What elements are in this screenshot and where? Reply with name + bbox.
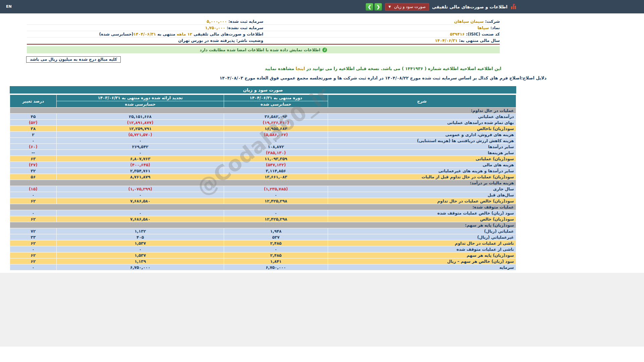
- row-label: هزینه های مالی: [328, 162, 516, 168]
- statement-row: سود(زیان) عملیات در حال تداوم قبل از مال…: [10, 174, 516, 180]
- row-label: سود(زیان) عملیاتی: [328, 156, 516, 162]
- change-percent: ۳۲: [10, 168, 57, 174]
- value-prior-period: ۶,۸۰۷,۷۶۳: [56, 156, 224, 162]
- value-prior-period: ۲,۳۵۴,۷۶۱: [56, 168, 224, 174]
- income-statement-table: شرح دوره منتهی به ۱۴۰۴/۰۶/۳۱ تجدید ارائه…: [10, 95, 516, 270]
- change-percent: ۶۲: [10, 240, 57, 246]
- info-field: اطلاعات و صورت‌های مالی تلفیقی ۱۲ ماهه م…: [27, 31, 263, 38]
- info-label: سال مالی منتهی به:: [458, 38, 500, 43]
- statement-row: سود (زیان) خالص عملیات متوقف شده۰۰۰: [10, 210, 516, 216]
- change-percent: ۶۲: [10, 198, 57, 204]
- statement-row: هزینه های فروش، اداری و عمومی(۵,۵۸۶,۰۶۷)…: [10, 132, 516, 138]
- change-percent: --: [10, 150, 57, 156]
- info-field: وضعیت ناشر: پذیرفته شده در بورس تهران: [27, 38, 263, 44]
- row-label: سایر درآمدها و هزینه های غیرعملیاتی: [328, 168, 516, 174]
- value-current-period: ۱۶,۹۵۵,۶۸۴: [224, 126, 328, 132]
- info-label: کد صنعت (ISIC):: [465, 32, 500, 37]
- value-current-period: ۱,۹۴۸: [224, 228, 328, 234]
- col-header-period-current: دوره منتهی به ۱۴۰۴/۰۶/۳۱: [224, 95, 328, 101]
- info-field: سال مالی منتهی به: ۱۴۰۴/۰۶/۳۱: [263, 38, 500, 44]
- value-current-period: ۰: [224, 210, 328, 216]
- statement-row: هزینه کاهش ارزش دریافتنی ها (هزینه استثن…: [10, 138, 516, 144]
- row-label: سود (زیان) خالص عملیات متوقف شده: [328, 210, 516, 216]
- row-label: عملیاتي (ریال): [328, 228, 516, 234]
- section-label: هزینه مالیات بر درآمد:: [10, 180, 516, 186]
- company-info: شرکت: سیمان سپاهانسرمایه ثبت شده: ۵,۰۰۰,…: [27, 18, 500, 45]
- statement-type-selected: صورت سود و زیان: [394, 4, 426, 9]
- value-prior-period: ۴۰۵: [56, 234, 224, 240]
- statement-row: سود(زیان) پایه هر سهم۲,۴۸۵۱,۵۳۷۶۲: [10, 252, 516, 258]
- row-label: ناشی از عملیات متوقف شده: [328, 246, 516, 252]
- statement-row: هزینه های مالی(۵۴۷,۱۳۲)(۴۰۰,۶۴۵)(۳۷): [10, 162, 516, 168]
- value-prior-period: ۷,۶۸۶,۵۸۰: [56, 216, 224, 222]
- row-label: سود(زیان) پایه هر سهم: [328, 252, 516, 258]
- change-percent: ۶۲: [10, 216, 57, 222]
- value-current-period: ۱۳,۶۶۱,۰۸۳: [224, 174, 328, 180]
- info-label: منتهی به: [156, 32, 175, 37]
- change-percent: ۰: [10, 246, 57, 252]
- row-label: هزینه کاهش ارزش دریافتنی ها (هزینه استثن…: [328, 138, 516, 144]
- statement-row: سود (زیان) خالص هر سهم – ریال۱,۸۴۱۱,۱۳۹۶…: [10, 258, 516, 264]
- info-value: ۱,۷۵۰,۰۰۰: [205, 25, 225, 30]
- value-prior-period: ۱,۵۳۷: [56, 240, 224, 246]
- statement-row: سال‌های قبل۰۰۰: [10, 192, 516, 198]
- previous-version-link[interactable]: اینجا: [296, 66, 305, 71]
- page-title: اطلاعات و صورت‌های مالی تلفیقی: [432, 4, 507, 9]
- info-label: پذیرفته شده در بورس تهران: [178, 38, 235, 43]
- value-prior-period: ۱,۱۳۲: [56, 228, 224, 234]
- value-current-period: (۱۹,۶۲۶,۴۱۰): [224, 120, 328, 126]
- change-percent: ۷۲: [10, 228, 57, 234]
- amendment-section: این اطلاعیه اصلاحیه اطلاعیه شماره ( ۱۴۴۱…: [122, 66, 644, 80]
- subheader-audited-current: حسابرسی شده: [224, 101, 328, 108]
- change-percent: ۰: [10, 264, 57, 270]
- next-statement-button[interactable]: ❯: [366, 3, 373, 11]
- value-prior-period: (۵,۷۲۱,۵۷۰): [56, 132, 224, 138]
- value-current-period: ۱,۸۴۱: [224, 258, 328, 264]
- value-current-period: ۱۰۸,۸۷۲: [224, 144, 328, 150]
- value-prior-period: ۰: [56, 192, 224, 198]
- signed-data-notice-text: اطلاعات نمایش داده شده با اطلاعات امضا ش…: [200, 48, 320, 52]
- english-language-link[interactable]: EN: [6, 4, 12, 9]
- change-percent: ۳۳: [10, 234, 57, 240]
- statement-row: سرمایه۶,۷۵۰,۰۰۰۶,۷۵۰,۰۰۰۰: [10, 264, 516, 270]
- statement-row: ناشی از عملیات در حال تداوم۲,۴۸۵۱,۵۳۷۶۲: [10, 240, 516, 246]
- change-percent: ۵۶: [10, 174, 57, 180]
- value-current-period: (۳۸۵,۱۳۰): [224, 150, 328, 156]
- change-percent: ۰: [10, 138, 57, 144]
- value-prior-period: ۰: [56, 138, 224, 144]
- info-label: سرمایه ثبت نشده:: [225, 25, 263, 30]
- statement-row: سود(زیان) خالص عملیات در حال تداوم۱۲,۴۲۵…: [10, 198, 516, 204]
- statement-row: سود(زیان) ناخالص۱۶,۹۵۵,۶۸۴۱۲,۲۵۹,۷۹۱۳۸: [10, 126, 516, 132]
- statement-row: بهای تمام شده درآمدهای عملیاتی(۱۹,۶۲۶,۴۱…: [10, 120, 516, 126]
- info-icon: i: [322, 48, 327, 52]
- change-percent: ۶۳: [10, 156, 57, 162]
- change-percent: (۵۲): [10, 120, 57, 126]
- col-header-period-prior: تجدید ارائه شده دوره منتهی به ۱۴۰۳/۰۶/۳۱: [56, 95, 224, 101]
- value-current-period: ۱۲,۴۲۵,۲۹۸: [224, 216, 328, 222]
- info-value: ۱۲ ماهه: [175, 32, 193, 37]
- change-percent: (۳۷): [10, 162, 57, 168]
- row-label: سرمایه: [328, 264, 516, 270]
- value-prior-period: (۴۰۰,۶۴۵): [56, 162, 224, 168]
- previous-statement-button[interactable]: ❮: [374, 3, 382, 11]
- section-row: عملیات در حال تداوم:: [10, 108, 516, 114]
- change-percent: (۱۵): [10, 186, 57, 192]
- chevron-down-icon: ▼: [388, 5, 391, 8]
- info-field: کد صنعت (ISIC): ۵۳۹۴۱۶: [263, 31, 500, 38]
- value-current-period: ۱۱,۰۹۳,۳۵۹: [224, 156, 328, 162]
- statement-row: عملیاتي (ریال)۱,۹۴۸۱,۱۳۲۷۲: [10, 228, 516, 234]
- info-label: وضعیت ناشر:: [235, 38, 263, 43]
- info-label: نماد:: [489, 25, 500, 30]
- info-value: ۱۴۰۴/۰۶/۳۱: [133, 32, 156, 37]
- statement-type-dropdown[interactable]: صورت سود و زیان ▼: [385, 3, 429, 11]
- value-prior-period: ۲۵,۱۵۱,۶۶۸: [56, 114, 224, 120]
- row-label: ناشی از عملیات در حال تداوم: [328, 240, 516, 246]
- statement-row: سود(زیان) خالص۱۲,۴۲۵,۲۹۸۷,۶۸۶,۵۸۰۶۲: [10, 216, 516, 222]
- statement-nav-buttons: ❮ ❯: [366, 3, 382, 11]
- change-percent: ۶۲: [10, 258, 57, 264]
- statement-row: غیرعملیاتي (ریال)۵۳۷۴۰۵۳۳: [10, 234, 516, 240]
- info-value: سیمان سپاهان: [454, 19, 484, 24]
- value-current-period: ۲,۴۸۵: [224, 240, 328, 246]
- value-current-period: ۱۲,۴۲۵,۲۹۸: [224, 198, 328, 204]
- value-prior-period: ۷,۶۸۶,۵۸۰: [56, 198, 224, 204]
